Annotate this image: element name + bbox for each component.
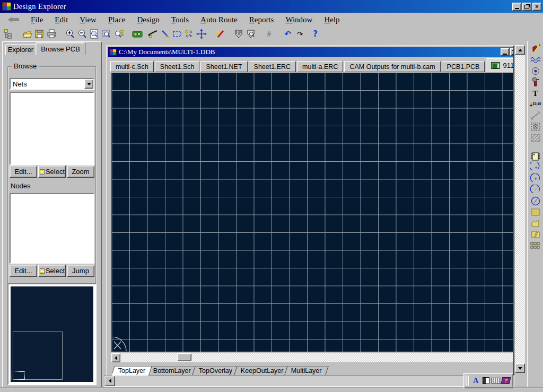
menu-design[interactable]: Design — [133, 14, 164, 25]
redo-icon[interactable]: ↷ — [294, 28, 306, 40]
minimize-button[interactable] — [512, 3, 521, 11]
save-icon[interactable] — [33, 28, 45, 40]
place-string-icon[interactable]: T — [529, 88, 542, 99]
scroll-up-button[interactable] — [515, 45, 525, 55]
place-component-icon[interactable] — [529, 151, 542, 162]
keyboard-icon[interactable] — [491, 375, 501, 386]
place-pad-icon[interactable] — [529, 66, 542, 76]
nodes-select-button[interactable]: Select — [38, 265, 66, 277]
status-bar — [0, 388, 543, 392]
doc-tab-pcb1-pcb[interactable]: PCB1.PCB — [442, 61, 485, 72]
menu-window[interactable]: Window — [281, 14, 317, 25]
annotation-letter-icon[interactable]: A — [471, 375, 481, 386]
combo-dropdown-button[interactable] — [84, 79, 93, 89]
nets-zoom-button[interactable]: Zoom — [67, 165, 94, 178]
toggle-explorer-icon[interactable] — [2, 28, 14, 40]
zoom-in-icon[interactable] — [64, 28, 76, 40]
menu-tools[interactable]: Tools — [167, 14, 193, 25]
polygon-browse-icon[interactable] — [244, 28, 257, 40]
doc-tab-sheet1-erc[interactable]: Sheet1.ERC — [249, 61, 296, 72]
doc-tab-cam-outputs[interactable]: CAM Outputs for multi-b.cam — [344, 61, 440, 72]
nodes-list[interactable] — [10, 193, 94, 264]
zoom-out-icon[interactable] — [76, 28, 88, 40]
board-preview[interactable] — [7, 283, 97, 385]
menu-auto-route[interactable]: Auto Route — [196, 14, 242, 25]
browse-database-icon[interactable] — [131, 28, 143, 40]
place-arc-edge-icon[interactable] — [529, 162, 542, 173]
interactive-routing-icon[interactable] — [529, 43, 542, 54]
scrollbar-thumb[interactable] — [177, 353, 191, 361]
toggle-grid-icon[interactable]: # — [263, 28, 275, 40]
menu-view[interactable]: View — [75, 14, 101, 25]
nets-list[interactable] — [10, 92, 94, 165]
system-menu-arrow-icon[interactable] — [7, 16, 21, 23]
board-origin-marker — [112, 337, 128, 352]
nets-edit-button[interactable]: Edit... — [10, 165, 37, 178]
tab-browse-pcb[interactable]: Browse PCB — [36, 42, 85, 55]
canvas-horizontal-scrollbar[interactable] — [111, 353, 513, 362]
scroll-down-button[interactable] — [515, 363, 525, 373]
doc-tab-sheet1-net[interactable]: Sheet1.NET — [200, 61, 247, 72]
place-dimension-icon[interactable] — [529, 110, 542, 121]
place-arc-angle-icon[interactable] — [529, 185, 542, 195]
help-book-icon[interactable]: ? — [501, 375, 511, 386]
place-room-icon[interactable] — [529, 133, 542, 143]
menu-reports[interactable]: Reports — [245, 14, 278, 25]
select-icon — [40, 268, 45, 274]
nodes-jump-button[interactable]: Jump — [67, 265, 94, 277]
menu-place[interactable]: Place — [104, 14, 129, 25]
place-via-icon[interactable] — [529, 77, 542, 88]
place-coordinate-icon[interactable]: +10,10 — [529, 99, 542, 110]
menu-file[interactable]: File — [27, 14, 47, 25]
select-area-icon[interactable] — [171, 28, 183, 40]
doc-tab-multi-c-sch[interactable]: multi-c.Sch — [110, 61, 154, 72]
place-arc-center-icon[interactable] — [529, 173, 542, 184]
cross-probe-icon[interactable] — [146, 28, 159, 40]
place-track-icon[interactable] — [529, 55, 542, 65]
move-selection-icon[interactable] — [183, 28, 195, 40]
print-icon[interactable] — [45, 28, 57, 40]
workspace-vertical-scrollbar[interactable] — [515, 45, 525, 373]
move-item-icon[interactable] — [195, 28, 207, 40]
zoom-all-icon[interactable] — [88, 28, 100, 40]
open-document-icon[interactable] — [21, 28, 33, 40]
restore-button[interactable] — [522, 3, 531, 11]
viewport-indicator[interactable] — [12, 371, 25, 380]
wizard-icon[interactable] — [214, 28, 226, 40]
layer-colors-icon[interactable] — [481, 375, 491, 386]
pcb-canvas[interactable] — [111, 73, 513, 352]
doc-tab-multi-a-erc[interactable]: multi-a.ERC — [297, 61, 343, 72]
scroll-left-button[interactable] — [111, 353, 120, 362]
workspace-horizontal-scrollbar[interactable] — [104, 375, 514, 387]
doc-minimize-button[interactable] — [501, 48, 509, 56]
toolbar-grip[interactable] — [466, 376, 469, 386]
highlight-net-icon[interactable] — [159, 28, 171, 40]
polygon-tool-icon[interactable] — [232, 28, 244, 40]
set-origin-icon[interactable] — [529, 121, 542, 132]
doc-tab-sheet1-sch[interactable]: Sheet1.Sch — [155, 61, 200, 72]
menu-help[interactable]: Help — [320, 14, 344, 25]
zoom-selection-icon[interactable] — [112, 28, 125, 40]
place-array-icon[interactable] — [529, 240, 542, 251]
place-fill-icon[interactable] — [529, 207, 542, 217]
doc-tab-911-pcb[interactable]: 911.PCB — [486, 58, 514, 72]
menu-edit[interactable]: Edit — [50, 14, 72, 25]
place-polygon-icon[interactable] — [529, 218, 542, 229]
window-title: Design Explorer — [13, 2, 66, 11]
undo-icon[interactable]: ↶ — [282, 28, 294, 40]
scroll-left-button[interactable] — [104, 376, 115, 386]
tab-explorer[interactable]: Explorer — [5, 44, 36, 55]
place-circle-icon[interactable] — [529, 196, 542, 206]
layer-tab-toplayer[interactable]: TopLayer — [112, 366, 152, 377]
nets-select-button[interactable]: Select — [38, 165, 66, 178]
zoom-area-icon[interactable] — [100, 28, 112, 40]
document-title-bar[interactable]: C:\My Documents\MULTI-1.DDB — [108, 47, 513, 57]
app-logo-icon — [2, 2, 11, 11]
doc-restore-button[interactable] — [510, 48, 513, 56]
nodes-edit-button[interactable]: Edit... — [10, 265, 37, 277]
place-split-plane-icon[interactable] — [529, 229, 542, 240]
close-button[interactable]: × — [532, 3, 541, 11]
browse-mode-select[interactable]: Nets — [10, 78, 94, 90]
help-icon[interactable]: ? — [309, 28, 321, 40]
title-bar: Design Explorer × — [0, 0, 543, 13]
